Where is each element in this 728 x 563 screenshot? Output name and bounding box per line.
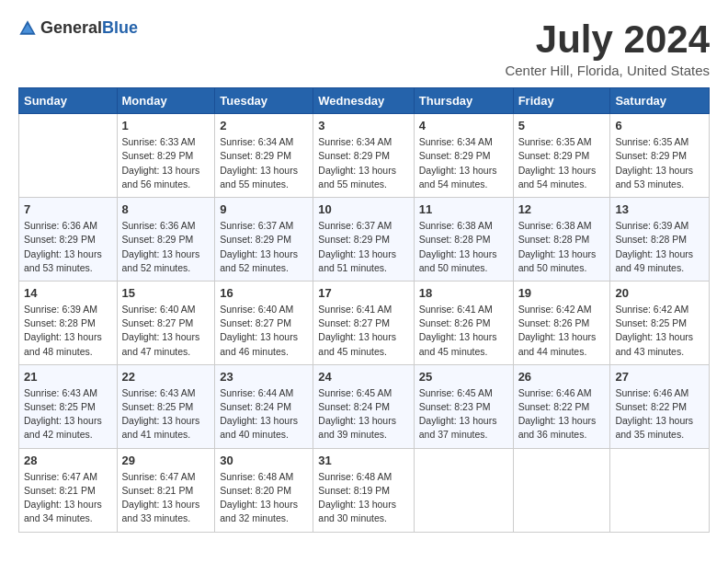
cell-info: Sunrise: 6:46 AM Sunset: 8:22 PM Dayligh…	[615, 386, 704, 442]
day-number: 29	[122, 454, 210, 467]
col-header-wednesday: Wednesday	[313, 88, 414, 114]
day-number: 20	[615, 286, 704, 300]
calendar-cell: 12Sunrise: 6:38 AM Sunset: 8:28 PM Dayli…	[513, 198, 610, 282]
calendar-cell: 24Sunrise: 6:45 AM Sunset: 8:24 PM Dayli…	[313, 364, 414, 448]
calendar-cell: 20Sunrise: 6:42 AM Sunset: 8:25 PM Dayli…	[610, 281, 710, 364]
cell-info: Sunrise: 6:40 AM Sunset: 8:27 PM Dayligh…	[220, 303, 308, 359]
col-header-tuesday: Tuesday	[215, 88, 313, 114]
day-number: 10	[318, 202, 408, 216]
calendar-cell: 26Sunrise: 6:46 AM Sunset: 8:22 PM Dayli…	[513, 364, 610, 448]
cell-info: Sunrise: 6:46 AM Sunset: 8:22 PM Dayligh…	[518, 386, 606, 442]
day-number: 15	[122, 286, 210, 300]
day-number: 11	[419, 202, 508, 216]
cell-info: Sunrise: 6:37 AM Sunset: 8:29 PM Dayligh…	[318, 219, 408, 275]
title-section: July 2024 Center Hill, Florida, United S…	[505, 18, 710, 78]
calendar-cell: 1Sunrise: 6:33 AM Sunset: 8:29 PM Daylig…	[117, 114, 215, 198]
week-row-2: 7Sunrise: 6:36 AM Sunset: 8:29 PM Daylig…	[19, 198, 710, 282]
day-number: 31	[318, 454, 408, 467]
calendar-cell: 10Sunrise: 6:37 AM Sunset: 8:29 PM Dayli…	[313, 198, 414, 282]
calendar-cell: 14Sunrise: 6:39 AM Sunset: 8:28 PM Dayli…	[19, 281, 118, 364]
cell-info: Sunrise: 6:41 AM Sunset: 8:26 PM Dayligh…	[419, 303, 508, 359]
calendar-body: 1Sunrise: 6:33 AM Sunset: 8:29 PM Daylig…	[19, 114, 710, 532]
day-number: 3	[318, 119, 408, 132]
calendar-cell: 22Sunrise: 6:43 AM Sunset: 8:25 PM Dayli…	[117, 364, 215, 448]
day-number: 24	[318, 370, 408, 384]
week-row-4: 21Sunrise: 6:43 AM Sunset: 8:25 PM Dayli…	[19, 364, 710, 448]
calendar-cell: 31Sunrise: 6:48 AM Sunset: 8:19 PM Dayli…	[313, 448, 414, 532]
logo-text: GeneralBlue	[40, 18, 138, 38]
calendar-cell: 19Sunrise: 6:42 AM Sunset: 8:26 PM Dayli…	[513, 281, 610, 364]
day-number: 19	[518, 286, 606, 300]
cell-info: Sunrise: 6:34 AM Sunset: 8:29 PM Dayligh…	[318, 135, 408, 191]
page-header: GeneralBlue July 2024 Center Hill, Flori…	[18, 18, 710, 78]
day-number: 26	[518, 370, 606, 384]
calendar-cell: 17Sunrise: 6:41 AM Sunset: 8:27 PM Dayli…	[313, 281, 414, 364]
calendar-cell: 16Sunrise: 6:40 AM Sunset: 8:27 PM Dayli…	[215, 281, 313, 364]
calendar-cell: 28Sunrise: 6:47 AM Sunset: 8:21 PM Dayli…	[19, 448, 118, 532]
calendar-cell: 2Sunrise: 6:34 AM Sunset: 8:29 PM Daylig…	[215, 114, 313, 198]
day-number: 5	[518, 119, 606, 132]
calendar-cell: 6Sunrise: 6:35 AM Sunset: 8:29 PM Daylig…	[610, 114, 710, 198]
header-row: SundayMondayTuesdayWednesdayThursdayFrid…	[19, 88, 710, 114]
calendar-cell: 29Sunrise: 6:47 AM Sunset: 8:21 PM Dayli…	[117, 448, 215, 532]
col-header-saturday: Saturday	[610, 88, 710, 114]
cell-info: Sunrise: 6:44 AM Sunset: 8:24 PM Dayligh…	[220, 386, 308, 442]
day-number: 7	[24, 202, 112, 216]
cell-info: Sunrise: 6:36 AM Sunset: 8:29 PM Dayligh…	[24, 219, 112, 275]
cell-info: Sunrise: 6:38 AM Sunset: 8:28 PM Dayligh…	[518, 219, 606, 275]
day-number: 2	[220, 119, 308, 132]
day-number: 13	[615, 202, 704, 216]
day-number: 23	[220, 370, 308, 384]
calendar-header: SundayMondayTuesdayWednesdayThursdayFrid…	[19, 88, 710, 114]
cell-info: Sunrise: 6:34 AM Sunset: 8:29 PM Dayligh…	[419, 135, 508, 191]
day-number: 4	[419, 119, 508, 132]
calendar-table: SundayMondayTuesdayWednesdayThursdayFrid…	[18, 87, 710, 532]
col-header-sunday: Sunday	[19, 88, 118, 114]
cell-info: Sunrise: 6:47 AM Sunset: 8:21 PM Dayligh…	[24, 470, 112, 526]
calendar-cell: 21Sunrise: 6:43 AM Sunset: 8:25 PM Dayli…	[19, 364, 118, 448]
calendar-cell: 13Sunrise: 6:39 AM Sunset: 8:28 PM Dayli…	[610, 198, 710, 282]
cell-info: Sunrise: 6:36 AM Sunset: 8:29 PM Dayligh…	[122, 219, 210, 275]
calendar-cell: 3Sunrise: 6:34 AM Sunset: 8:29 PM Daylig…	[313, 114, 414, 198]
cell-info: Sunrise: 6:45 AM Sunset: 8:24 PM Dayligh…	[318, 386, 408, 442]
week-row-3: 14Sunrise: 6:39 AM Sunset: 8:28 PM Dayli…	[19, 281, 710, 364]
day-number: 6	[615, 119, 704, 132]
col-header-monday: Monday	[117, 88, 215, 114]
day-number: 9	[220, 202, 308, 216]
day-number: 27	[615, 370, 704, 384]
day-number: 22	[122, 370, 210, 384]
cell-info: Sunrise: 6:35 AM Sunset: 8:29 PM Dayligh…	[615, 135, 704, 191]
calendar-cell	[414, 448, 513, 532]
calendar-cell	[19, 114, 118, 198]
cell-info: Sunrise: 6:34 AM Sunset: 8:29 PM Dayligh…	[220, 135, 308, 191]
day-number: 28	[24, 454, 112, 467]
day-number: 1	[122, 119, 210, 132]
cell-info: Sunrise: 6:42 AM Sunset: 8:25 PM Dayligh…	[615, 303, 704, 359]
day-number: 25	[419, 370, 508, 384]
cell-info: Sunrise: 6:48 AM Sunset: 8:20 PM Dayligh…	[220, 470, 308, 526]
day-number: 8	[122, 202, 210, 216]
cell-info: Sunrise: 6:35 AM Sunset: 8:29 PM Dayligh…	[518, 135, 606, 191]
calendar-cell: 9Sunrise: 6:37 AM Sunset: 8:29 PM Daylig…	[215, 198, 313, 282]
cell-info: Sunrise: 6:37 AM Sunset: 8:29 PM Dayligh…	[220, 219, 308, 275]
cell-info: Sunrise: 6:43 AM Sunset: 8:25 PM Dayligh…	[24, 386, 112, 442]
week-row-1: 1Sunrise: 6:33 AM Sunset: 8:29 PM Daylig…	[19, 114, 710, 198]
cell-info: Sunrise: 6:40 AM Sunset: 8:27 PM Dayligh…	[122, 303, 210, 359]
calendar-cell: 8Sunrise: 6:36 AM Sunset: 8:29 PM Daylig…	[117, 198, 215, 282]
week-row-5: 28Sunrise: 6:47 AM Sunset: 8:21 PM Dayli…	[19, 448, 710, 532]
day-number: 14	[24, 286, 112, 300]
col-header-friday: Friday	[513, 88, 610, 114]
calendar-cell: 11Sunrise: 6:38 AM Sunset: 8:28 PM Dayli…	[414, 198, 513, 282]
calendar-cell: 23Sunrise: 6:44 AM Sunset: 8:24 PM Dayli…	[215, 364, 313, 448]
calendar-cell: 25Sunrise: 6:45 AM Sunset: 8:23 PM Dayli…	[414, 364, 513, 448]
col-header-thursday: Thursday	[414, 88, 513, 114]
cell-info: Sunrise: 6:47 AM Sunset: 8:21 PM Dayligh…	[122, 470, 210, 526]
cell-info: Sunrise: 6:33 AM Sunset: 8:29 PM Dayligh…	[122, 135, 210, 191]
location-subtitle: Center Hill, Florida, United States	[505, 63, 710, 78]
day-number: 12	[518, 202, 606, 216]
cell-info: Sunrise: 6:43 AM Sunset: 8:25 PM Dayligh…	[122, 386, 210, 442]
logo: GeneralBlue	[18, 18, 138, 38]
calendar-cell	[513, 448, 610, 532]
calendar-cell: 4Sunrise: 6:34 AM Sunset: 8:29 PM Daylig…	[414, 114, 513, 198]
calendar-cell: 5Sunrise: 6:35 AM Sunset: 8:29 PM Daylig…	[513, 114, 610, 198]
